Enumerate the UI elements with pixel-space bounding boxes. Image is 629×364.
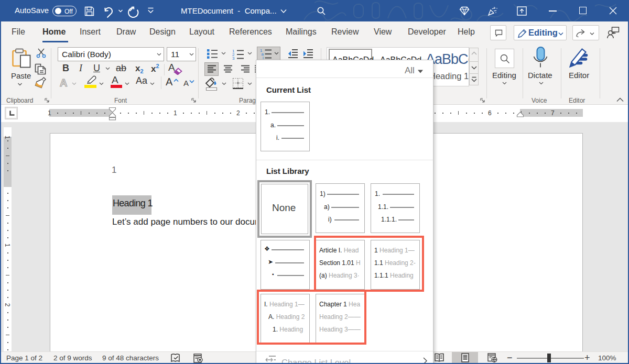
svg-text:i: i bbox=[263, 56, 264, 59]
svg-text:3: 3 bbox=[232, 56, 235, 60]
